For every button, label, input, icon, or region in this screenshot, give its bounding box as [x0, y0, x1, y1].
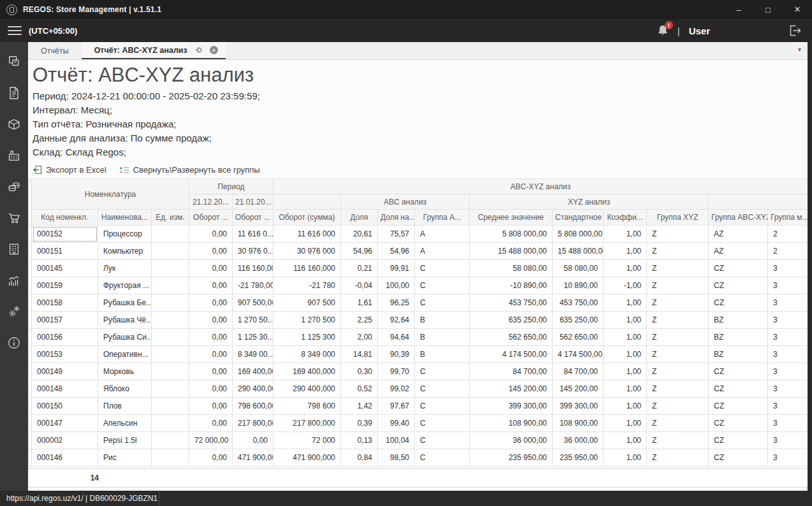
table-cell[interactable]: CZ	[709, 432, 768, 449]
col-header-turnover-1[interactable]: Оборот ...	[189, 210, 233, 226]
table-cell[interactable]: 1,00	[604, 243, 647, 260]
table-cell[interactable]: 2,00	[341, 329, 378, 346]
table-cell[interactable]: 000145	[32, 260, 98, 277]
table-cell[interactable]: 96,25	[378, 294, 415, 312]
table-cell[interactable]: Плов	[98, 398, 152, 415]
table-cell[interactable]: Морковь	[98, 363, 152, 380]
table-cell[interactable]: 2,25	[341, 312, 378, 329]
table-cell[interactable]: C	[415, 260, 470, 277]
table-cell[interactable]: -1,00	[604, 277, 647, 294]
table-cell[interactable]: 1,00	[604, 312, 647, 329]
sidebar-item-reports[interactable]	[6, 273, 22, 287]
table-cell[interactable]: -0,04	[341, 277, 378, 294]
band-xyz[interactable]: XYZ анализ	[470, 194, 709, 210]
table-cell[interactable]: 0,00	[189, 329, 233, 346]
table-cell[interactable]: 235 950,00	[470, 449, 553, 466]
table-cell[interactable]: 1,00	[604, 398, 647, 415]
table-cell[interactable]: 1,00	[604, 415, 647, 432]
table-cell[interactable]: 3	[768, 294, 808, 312]
sidebar-item-about[interactable]	[6, 336, 22, 350]
sidebar-item-pos-terminal[interactable]	[6, 55, 22, 69]
table-cell[interactable]	[152, 277, 189, 294]
table-cell[interactable]: Оперативн...	[98, 346, 152, 363]
table-cell[interactable]: Фрукторая ...	[98, 277, 152, 294]
table-cell[interactable]: 3	[768, 380, 808, 398]
table-cell[interactable]: 399 300,00	[553, 398, 604, 415]
table-cell[interactable]	[152, 312, 189, 329]
table-cell[interactable]: AZ	[709, 243, 768, 260]
tab-reports[interactable]: Отчёты	[28, 42, 82, 59]
band-abc[interactable]: ABC анализ	[341, 194, 470, 210]
table-cell[interactable]: Рис	[98, 449, 152, 466]
table-cell[interactable]: 169 400,000	[273, 363, 341, 380]
table-cell[interactable]: A	[415, 243, 470, 260]
col-header-turnover-sum[interactable]: Оборот (сумма)	[273, 210, 341, 226]
table-cell[interactable]: 30 976 000	[273, 243, 341, 260]
table-cell[interactable]: 11 616 0...	[233, 226, 273, 243]
table-cell[interactable]: 471 900,00	[233, 449, 273, 466]
table-cell[interactable]: 0,00	[233, 432, 273, 449]
sidebar-item-settings[interactable]	[6, 305, 22, 319]
table-cell[interactable]: 116 160,000	[273, 260, 341, 277]
table-cell[interactable]: 8 349 00...	[233, 346, 273, 363]
table-cell[interactable]: 14,81	[341, 346, 378, 363]
table-cell[interactable]: 1,00	[604, 260, 647, 277]
table-cell[interactable]: 99,02	[378, 380, 415, 398]
table-cell[interactable]: 94,64	[378, 329, 415, 346]
col-header-share-cum[interactable]: Доля на...	[378, 210, 415, 226]
table-cell[interactable]: 36 000,00	[470, 432, 553, 449]
table-cell[interactable]: 0,00	[189, 312, 233, 329]
table-cell[interactable]: Z	[647, 380, 709, 398]
table-cell[interactable]: 1,00	[604, 226, 647, 243]
table-cell[interactable]: 0,39	[341, 415, 378, 432]
table-cell[interactable]: Рубашка Си...	[98, 329, 152, 346]
table-cell[interactable]: Z	[647, 449, 709, 466]
table-cell[interactable]: 1,00	[604, 294, 647, 312]
table-cell[interactable]: 000002	[32, 432, 98, 449]
table-cell[interactable]: 15 488 000,00	[553, 243, 604, 260]
table-cell[interactable]: Z	[647, 260, 709, 277]
table-cell[interactable]: 11 616 000	[273, 226, 341, 243]
col-header-unit[interactable]: Ед. изм.	[152, 210, 189, 226]
table-cell[interactable]	[152, 329, 189, 346]
table-cell[interactable]: 5 808 000,00	[553, 226, 604, 243]
table-cell[interactable]: 000153	[32, 346, 98, 363]
col-header-name[interactable]: Наименова...	[98, 210, 152, 226]
table-cell[interactable]: 99,40	[378, 415, 415, 432]
sidebar-item-warehouse[interactable]	[6, 148, 22, 163]
table-cell[interactable]: 0,00	[189, 449, 233, 466]
tab-close-icon[interactable]: ×	[210, 46, 218, 54]
table-cell[interactable]: 1,00	[604, 449, 647, 466]
table-cell[interactable]: 3	[768, 260, 808, 277]
table-cell[interactable]: Z	[647, 398, 709, 415]
col-header-group-abc[interactable]: Группа А...	[415, 210, 470, 226]
table-cell[interactable]: Z	[647, 243, 709, 260]
table-cell[interactable]: 000147	[32, 415, 98, 432]
table-cell[interactable]: 54,96	[341, 243, 378, 260]
table-cell[interactable]: Z	[647, 415, 709, 432]
sidebar-item-finance[interactable]	[6, 180, 22, 194]
table-cell[interactable]: 0,00	[189, 277, 233, 294]
table-cell[interactable]: CZ	[709, 380, 768, 398]
col-header-turnover-2[interactable]: Оборот ...	[233, 210, 273, 226]
table-cell[interactable]: CZ	[709, 415, 768, 432]
table-cell[interactable]: 4 174 500,00	[553, 346, 604, 363]
table-cell[interactable]: 0,00	[189, 398, 233, 415]
table-cell[interactable]: 3	[768, 346, 808, 363]
table-cell[interactable]: 100,04	[378, 432, 415, 449]
table-cell[interactable]: 0,00	[189, 346, 233, 363]
band-period-col-1[interactable]: 21.12.20...	[189, 194, 233, 210]
table-cell[interactable]: 3	[768, 398, 808, 415]
table-cell[interactable]: Z	[647, 277, 709, 294]
band-period-col-2[interactable]: 21.01.20...	[233, 194, 273, 210]
table-cell[interactable]: 000159	[32, 277, 98, 294]
table-cell[interactable]: 0,52	[341, 380, 378, 398]
table-cell[interactable]: 75,57	[378, 226, 415, 243]
table-cell[interactable]: 108 900,00	[470, 415, 553, 432]
table-cell[interactable]: -21 780	[273, 277, 341, 294]
table-cell[interactable]	[152, 243, 189, 260]
menu-hamburger-icon[interactable]	[8, 26, 22, 35]
table-cell[interactable]: 0,13	[341, 432, 378, 449]
table-cell[interactable]: 84 700,00	[470, 363, 553, 380]
table-cell[interactable]: 2	[768, 243, 808, 260]
